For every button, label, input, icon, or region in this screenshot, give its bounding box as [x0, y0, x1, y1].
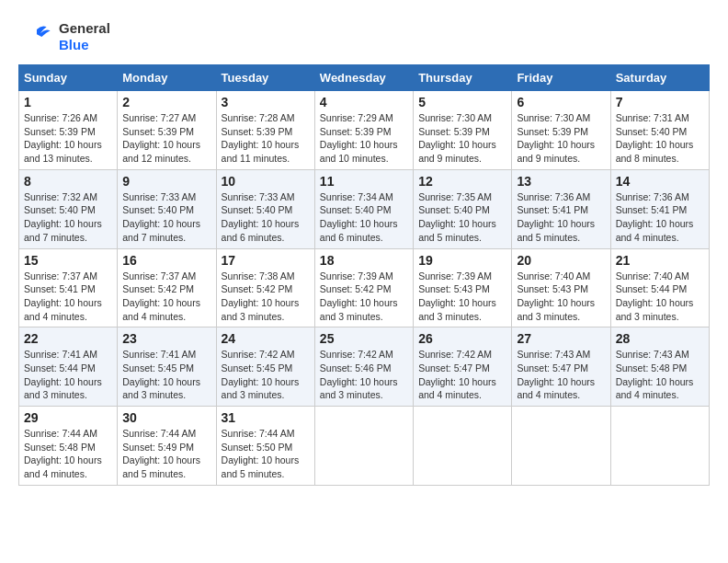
- day-detail: Sunrise: 7:43 AMSunset: 5:47 PMDaylight:…: [517, 349, 595, 400]
- day-number: 2: [122, 95, 210, 109]
- day-detail: Sunrise: 7:32 AMSunset: 5:40 PMDaylight:…: [24, 191, 102, 243]
- calendar-cell: 21 Sunrise: 7:40 AMSunset: 5:44 PMDaylig…: [610, 248, 709, 327]
- day-detail: Sunrise: 7:30 AMSunset: 5:39 PMDaylight:…: [517, 112, 595, 164]
- day-number: 1: [24, 95, 112, 109]
- calendar-cell: 27 Sunrise: 7:43 AMSunset: 5:47 PMDaylig…: [512, 327, 610, 407]
- calendar-cell: 8 Sunrise: 7:32 AMSunset: 5:40 PMDayligh…: [19, 169, 118, 248]
- calendar-cell: 14 Sunrise: 7:36 AMSunset: 5:41 PMDaylig…: [610, 169, 709, 248]
- weekday-header-monday: Monday: [118, 65, 216, 91]
- day-detail: Sunrise: 7:34 AMSunset: 5:40 PMDaylight:…: [320, 191, 398, 243]
- day-number: 14: [616, 174, 704, 189]
- calendar-week-4: 22 Sunrise: 7:41 AMSunset: 5:44 PMDaylig…: [19, 327, 710, 407]
- day-number: 11: [320, 174, 408, 189]
- calendar-cell: [512, 407, 610, 486]
- day-detail: Sunrise: 7:41 AMSunset: 5:45 PMDaylight:…: [122, 349, 200, 400]
- day-detail: Sunrise: 7:29 AMSunset: 5:39 PMDaylight:…: [320, 112, 398, 164]
- day-detail: Sunrise: 7:26 AMSunset: 5:39 PMDaylight:…: [24, 112, 102, 164]
- day-detail: Sunrise: 7:27 AMSunset: 5:39 PMDaylight:…: [122, 112, 200, 164]
- calendar-cell: 29 Sunrise: 7:44 AMSunset: 5:48 PMDaylig…: [19, 407, 118, 486]
- calendar-cell: 28 Sunrise: 7:43 AMSunset: 5:48 PMDaylig…: [610, 327, 709, 407]
- calendar-cell: 25 Sunrise: 7:42 AMSunset: 5:46 PMDaylig…: [314, 327, 413, 407]
- calendar-week-1: 1 Sunrise: 7:26 AMSunset: 5:39 PMDayligh…: [19, 91, 710, 170]
- calendar-cell: 18 Sunrise: 7:39 AMSunset: 5:42 PMDaylig…: [314, 248, 413, 327]
- day-detail: Sunrise: 7:35 AMSunset: 5:40 PMDaylight:…: [418, 191, 496, 243]
- day-number: 12: [418, 174, 506, 189]
- weekday-header-sunday: Sunday: [19, 65, 118, 91]
- day-detail: Sunrise: 7:43 AMSunset: 5:48 PMDaylight:…: [616, 349, 694, 400]
- calendar-cell: 23 Sunrise: 7:41 AMSunset: 5:45 PMDaylig…: [118, 327, 216, 407]
- day-detail: Sunrise: 7:41 AMSunset: 5:44 PMDaylight:…: [24, 349, 102, 400]
- day-detail: Sunrise: 7:33 AMSunset: 5:40 PMDaylight:…: [122, 191, 200, 243]
- calendar-cell: 16 Sunrise: 7:37 AMSunset: 5:42 PMDaylig…: [118, 248, 216, 327]
- day-number: 25: [320, 331, 408, 346]
- day-number: 6: [517, 95, 605, 109]
- weekday-header-friday: Friday: [512, 65, 610, 91]
- day-detail: Sunrise: 7:30 AMSunset: 5:39 PMDaylight:…: [418, 112, 496, 164]
- calendar-cell: 17 Sunrise: 7:38 AMSunset: 5:42 PMDaylig…: [216, 248, 314, 327]
- day-number: 13: [517, 174, 605, 189]
- weekday-header-row: SundayMondayTuesdayWednesdayThursdayFrid…: [19, 65, 710, 91]
- day-number: 17: [222, 253, 310, 268]
- calendar-cell: 12 Sunrise: 7:35 AMSunset: 5:40 PMDaylig…: [414, 169, 512, 248]
- calendar-cell: 10 Sunrise: 7:33 AMSunset: 5:40 PMDaylig…: [216, 169, 314, 248]
- day-detail: Sunrise: 7:36 AMSunset: 5:41 PMDaylight:…: [517, 191, 595, 243]
- calendar-cell: 11 Sunrise: 7:34 AMSunset: 5:40 PMDaylig…: [314, 169, 413, 248]
- day-number: 7: [616, 95, 704, 109]
- calendar-cell: [314, 407, 413, 486]
- day-number: 22: [24, 331, 112, 346]
- calendar-week-5: 29 Sunrise: 7:44 AMSunset: 5:48 PMDaylig…: [19, 407, 710, 486]
- logo-bird-icon: [18, 18, 55, 55]
- calendar-cell: [414, 407, 512, 486]
- day-number: 28: [616, 331, 704, 346]
- day-number: 8: [24, 174, 112, 189]
- day-detail: Sunrise: 7:37 AMSunset: 5:42 PMDaylight:…: [122, 270, 200, 322]
- weekday-header-wednesday: Wednesday: [314, 65, 413, 91]
- logo-text: General Blue: [59, 20, 110, 53]
- calendar-week-2: 8 Sunrise: 7:32 AMSunset: 5:40 PMDayligh…: [19, 169, 710, 248]
- calendar-cell: 13 Sunrise: 7:36 AMSunset: 5:41 PMDaylig…: [512, 169, 610, 248]
- calendar-cell: 19 Sunrise: 7:39 AMSunset: 5:43 PMDaylig…: [414, 248, 512, 327]
- day-detail: Sunrise: 7:33 AMSunset: 5:40 PMDaylight:…: [222, 191, 300, 243]
- day-detail: Sunrise: 7:42 AMSunset: 5:46 PMDaylight:…: [320, 349, 398, 400]
- calendar-table: SundayMondayTuesdayWednesdayThursdayFrid…: [18, 64, 710, 486]
- day-detail: Sunrise: 7:37 AMSunset: 5:41 PMDaylight:…: [24, 270, 102, 322]
- calendar-cell: 1 Sunrise: 7:26 AMSunset: 5:39 PMDayligh…: [19, 91, 118, 170]
- calendar-cell: 3 Sunrise: 7:28 AMSunset: 5:39 PMDayligh…: [216, 91, 314, 170]
- weekday-header-saturday: Saturday: [610, 65, 709, 91]
- day-number: 4: [320, 95, 408, 109]
- day-number: 30: [122, 410, 210, 425]
- day-detail: Sunrise: 7:39 AMSunset: 5:42 PMDaylight:…: [320, 270, 398, 322]
- day-detail: Sunrise: 7:42 AMSunset: 5:47 PMDaylight:…: [418, 349, 496, 400]
- day-detail: Sunrise: 7:44 AMSunset: 5:48 PMDaylight:…: [24, 428, 102, 479]
- calendar-cell: 5 Sunrise: 7:30 AMSunset: 5:39 PMDayligh…: [414, 91, 512, 170]
- day-number: 31: [222, 410, 310, 425]
- calendar-cell: 2 Sunrise: 7:27 AMSunset: 5:39 PMDayligh…: [118, 91, 216, 170]
- day-detail: Sunrise: 7:40 AMSunset: 5:43 PMDaylight:…: [517, 270, 595, 322]
- day-number: 20: [517, 253, 605, 268]
- day-number: 18: [320, 253, 408, 268]
- day-number: 3: [222, 95, 310, 109]
- header: General Blue: [18, 18, 710, 55]
- day-detail: Sunrise: 7:42 AMSunset: 5:45 PMDaylight:…: [222, 349, 300, 400]
- logo: General Blue: [18, 18, 110, 55]
- day-detail: Sunrise: 7:28 AMSunset: 5:39 PMDaylight:…: [222, 112, 300, 164]
- day-number: 27: [517, 331, 605, 346]
- calendar-cell: 30 Sunrise: 7:44 AMSunset: 5:49 PMDaylig…: [118, 407, 216, 486]
- calendar-cell: 4 Sunrise: 7:29 AMSunset: 5:39 PMDayligh…: [314, 91, 413, 170]
- day-number: 16: [122, 253, 210, 268]
- day-number: 29: [24, 410, 112, 425]
- calendar-cell: 6 Sunrise: 7:30 AMSunset: 5:39 PMDayligh…: [512, 91, 610, 170]
- calendar-cell: 9 Sunrise: 7:33 AMSunset: 5:40 PMDayligh…: [118, 169, 216, 248]
- day-number: 26: [418, 331, 506, 346]
- calendar-week-3: 15 Sunrise: 7:37 AMSunset: 5:41 PMDaylig…: [19, 248, 710, 327]
- day-detail: Sunrise: 7:44 AMSunset: 5:49 PMDaylight:…: [122, 428, 200, 479]
- day-number: 24: [222, 331, 310, 346]
- calendar-cell: 31 Sunrise: 7:44 AMSunset: 5:50 PMDaylig…: [216, 407, 314, 486]
- calendar-cell: 24 Sunrise: 7:42 AMSunset: 5:45 PMDaylig…: [216, 327, 314, 407]
- day-detail: Sunrise: 7:39 AMSunset: 5:43 PMDaylight:…: [418, 270, 496, 322]
- calendar-cell: 26 Sunrise: 7:42 AMSunset: 5:47 PMDaylig…: [414, 327, 512, 407]
- day-detail: Sunrise: 7:31 AMSunset: 5:40 PMDaylight:…: [616, 112, 694, 164]
- weekday-header-thursday: Thursday: [414, 65, 512, 91]
- day-number: 19: [418, 253, 506, 268]
- day-number: 23: [122, 331, 210, 346]
